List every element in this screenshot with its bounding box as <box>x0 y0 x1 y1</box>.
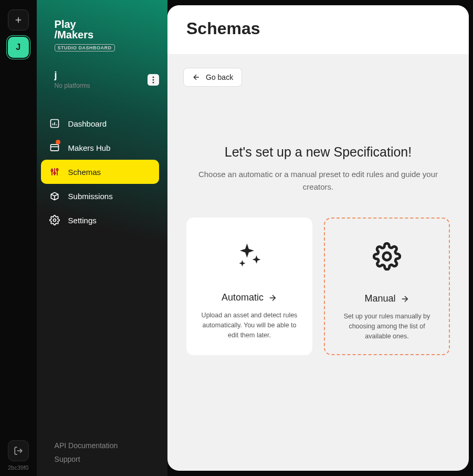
svg-point-3 <box>153 77 154 78</box>
sidebar-item-dashboard[interactable]: Dashboard <box>41 111 159 136</box>
card-manual-title: Manual <box>364 293 395 304</box>
workspace-subtitle: No platforms <box>55 82 90 89</box>
card-automatic[interactable]: Automatic Upload an asset and detect rul… <box>186 218 312 355</box>
sidebar-item-label: Dashboard <box>68 119 107 128</box>
sliders-icon <box>49 167 60 177</box>
spec-subheading: Choose an automatic or a manual preset t… <box>192 168 444 193</box>
sidebar-item-schemas[interactable]: Schemas <box>41 160 159 184</box>
logo-badge: STUDIO DASHBOARD <box>55 44 115 51</box>
svg-point-24 <box>383 253 391 260</box>
go-back-label: Go back <box>206 73 233 81</box>
gear-icon <box>49 215 60 225</box>
sidebar-item-label: Submissions <box>68 192 113 201</box>
sidebar-item-settings[interactable]: Settings <box>41 208 159 232</box>
card-automatic-title: Automatic <box>222 292 264 303</box>
logo: Play /Makers STUDIO DASHBOARD <box>37 0 167 57</box>
svg-point-4 <box>153 79 154 81</box>
sparkles-icon <box>235 241 264 270</box>
main-header: Schemas <box>167 5 469 54</box>
build-hash: 2bc39f0 <box>8 464 28 471</box>
logo-line-1: Play <box>55 19 159 29</box>
svg-line-18 <box>51 194 55 196</box>
sidebar-item-makers-hub[interactable]: Makers Hub <box>41 136 159 160</box>
svg-rect-10 <box>50 144 58 151</box>
sidebar-item-label: Makers Hub <box>68 143 111 152</box>
card-manual[interactable]: Manual Set up your rules manually by cho… <box>324 218 450 355</box>
svg-point-13 <box>51 170 52 171</box>
svg-point-17 <box>56 169 58 170</box>
workspace-info: j No platforms <box>55 70 90 89</box>
sidebar-item-label: Settings <box>68 216 97 225</box>
go-back-button[interactable]: Go back <box>183 68 242 87</box>
add-workspace-button[interactable] <box>8 9 29 30</box>
main-panel: Schemas Go back Let's set up a new Speci… <box>167 5 469 471</box>
workspace-name: j <box>55 70 90 80</box>
sidebar-item-submissions[interactable]: Submissions <box>41 184 159 208</box>
dots-vertical-icon <box>152 76 154 84</box>
logout-icon <box>14 446 23 456</box>
arrow-left-icon <box>192 73 201 81</box>
bar-chart-icon <box>49 118 60 129</box>
workspace-tile[interactable]: J <box>8 37 29 58</box>
support-link[interactable]: Support <box>55 455 159 463</box>
package-icon <box>49 191 60 201</box>
workspace-menu-button[interactable] <box>148 74 159 86</box>
logout-button[interactable] <box>8 440 29 461</box>
sidebar-nav: Dashboard Makers Hub Schemas Submissions <box>37 111 167 232</box>
spec-heading: Let's set up a new Specification! <box>186 144 450 160</box>
arrow-right-icon <box>400 294 409 304</box>
svg-point-15 <box>54 172 55 174</box>
logo-line-2: /Makers <box>55 29 159 40</box>
plus-icon <box>14 15 23 25</box>
app-rail: J 2bc39f0 <box>0 0 37 476</box>
svg-point-21 <box>53 219 56 222</box>
sidebar: Play /Makers STUDIO DASHBOARD j No platf… <box>37 0 167 476</box>
sidebar-item-label: Schemas <box>68 168 101 177</box>
card-automatic-desc: Upload an asset and detect rules automat… <box>199 311 300 340</box>
svg-line-19 <box>55 194 58 196</box>
sidebar-footer: API Documentation Support <box>37 441 167 476</box>
svg-point-5 <box>153 82 154 84</box>
arrow-right-icon <box>268 293 277 303</box>
notification-dot <box>56 140 60 144</box>
workspace-letter: J <box>16 43 20 52</box>
gear-icon <box>372 242 402 271</box>
page-title: Schemas <box>186 19 450 38</box>
api-documentation-link[interactable]: API Documentation <box>55 441 159 450</box>
card-manual-desc: Set up your rules manually by choosing a… <box>338 312 436 341</box>
